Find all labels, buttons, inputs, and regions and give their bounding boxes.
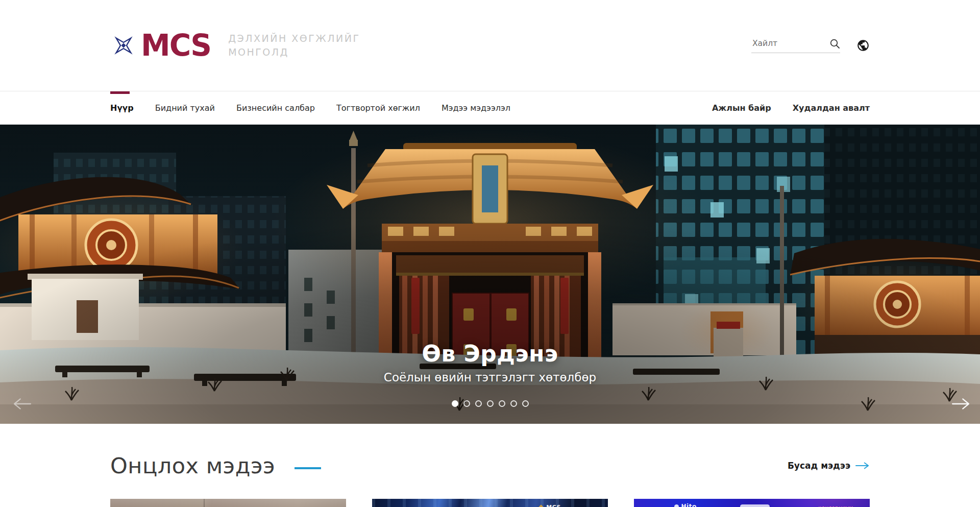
carousel-dot-3[interactable] xyxy=(475,400,482,407)
brand-tagline: ДЭЛХИЙН ХӨГЖЛИЙГ МОНГОЛД xyxy=(228,32,360,59)
news-card-2[interactable]: MCS xyxy=(372,499,608,507)
main-nav-list: НүүрБидний тухайБизнесийн салбарТогтворт… xyxy=(110,91,510,125)
arrow-left-icon xyxy=(13,397,32,411)
site-header: MCS ДЭЛХИЙН ХӨГЖЛИЙГ МОНГОЛД xyxy=(0,0,980,91)
nav-item-1[interactable]: Нүүр xyxy=(110,91,134,125)
nav-item-4[interactable]: Тогтвортой хөгжил xyxy=(336,91,420,125)
carousel-dot-7[interactable] xyxy=(522,400,529,407)
carousel-dot-1[interactable] xyxy=(452,400,458,407)
carousel-prev-button[interactable] xyxy=(13,397,32,411)
search-icon[interactable] xyxy=(829,38,840,49)
card-watermark-mcs: MCS xyxy=(539,504,561,507)
arrow-right-blue-icon xyxy=(855,462,870,470)
globe-icon xyxy=(856,39,870,52)
carousel-dot-6[interactable] xyxy=(510,400,517,407)
card-logo-left: Hito xyxy=(674,503,697,507)
search-input[interactable] xyxy=(752,39,826,48)
card-logo-blob xyxy=(740,504,770,507)
logo-wordmark: MCS xyxy=(141,31,211,60)
news-cards: MCS Hito консорциум xyxy=(110,499,870,507)
nav-secondary-item-1[interactable]: Ажлын байр xyxy=(712,91,771,125)
main-nav: НүүрБидний тухайБизнесийн салбарТогтворт… xyxy=(0,91,980,125)
carousel-dot-5[interactable] xyxy=(499,400,505,407)
card-logo-right: консорциум xyxy=(809,505,853,507)
featured-news-section: Онцлох мэдээ Бусад мэдээ MCS Hito консор… xyxy=(110,424,870,507)
nav-secondary-item-2[interactable]: Худалдан авалт xyxy=(793,91,870,125)
mcs-star-icon xyxy=(110,32,137,59)
nav-item-2[interactable]: Бидний тухай xyxy=(155,91,215,125)
arrow-right-icon xyxy=(951,397,970,411)
language-button[interactable] xyxy=(856,39,870,52)
carousel-dots xyxy=(0,400,980,407)
hero-title: Өв Эрдэнэ xyxy=(0,341,980,367)
title-accent-rule xyxy=(295,467,321,469)
search-box xyxy=(751,38,840,53)
section-title: Онцлох мэдээ xyxy=(110,453,275,478)
news-card-3[interactable]: Hito консорциум xyxy=(634,499,870,507)
news-card-1[interactable] xyxy=(110,499,346,507)
carousel-next-button[interactable] xyxy=(951,397,970,411)
carousel-dot-4[interactable] xyxy=(487,400,494,407)
hero-carousel: Өв Эрдэнэ Соёлын өвийн тэтгэлэгт хөтөлбө… xyxy=(0,125,980,424)
carousel-dot-2[interactable] xyxy=(463,400,470,407)
hero-subtitle: Соёлын өвийн тэтгэлэгт хөтөлбөр xyxy=(0,371,980,384)
nav-item-3[interactable]: Бизнесийн салбар xyxy=(236,91,315,125)
nav-item-5[interactable]: Мэдээ мэдээлэл xyxy=(442,91,510,125)
secondary-nav-list: Ажлын байрХудалдан авалт xyxy=(712,91,870,125)
more-news-link[interactable]: Бусад мэдээ xyxy=(788,461,870,471)
mcs-logo[interactable]: MCS ДЭЛХИЙН ХӨГЖЛИЙГ МОНГОЛД xyxy=(110,31,360,60)
